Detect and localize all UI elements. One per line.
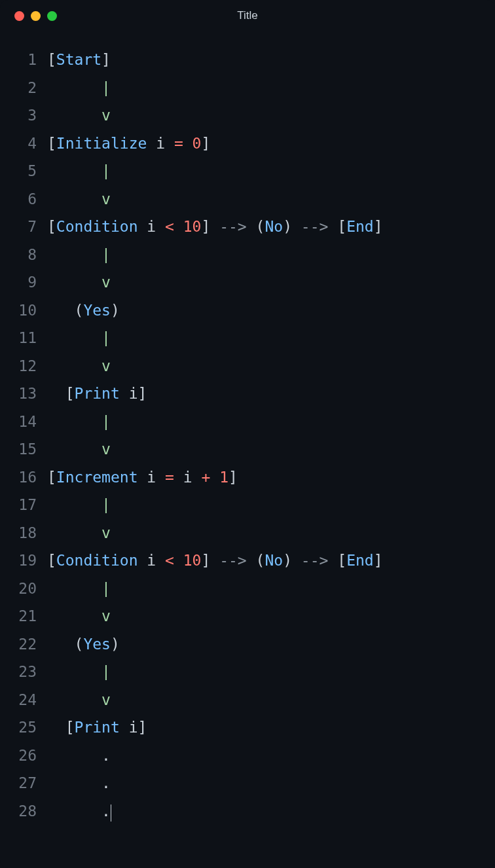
line-number: 16 [0,469,47,486]
token-keyword: End [346,552,374,569]
code-line[interactable]: 9 v [0,274,495,302]
code-content[interactable]: . [47,774,111,791]
token-keyword: No [265,552,283,569]
code-content[interactable]: [Increment i = i + 1] [47,469,238,486]
code-content[interactable]: v [47,107,111,124]
token-bracket: ] [138,385,147,402]
code-content[interactable]: | [47,162,111,179]
token-pipe: | [101,663,111,680]
code-line[interactable]: 25 [Print i] [0,719,495,747]
line-number: 4 [0,135,47,152]
code-content[interactable]: v [47,357,111,374]
token-ident [47,607,101,624]
code-line[interactable]: 28 . [0,803,495,831]
code-line[interactable]: 11 | [0,329,495,357]
code-line[interactable]: 13 [Print i] [0,385,495,413]
code-content[interactable]: v [47,607,111,624]
code-content[interactable]: [Print i] [47,385,147,402]
code-content[interactable]: [Condition i < 10] --> (No) --> [End] [47,218,383,235]
code-line[interactable]: 1[Start] [0,51,495,79]
titlebar[interactable]: Title [0,0,495,31]
code-line[interactable]: 26 . [0,747,495,775]
token-bracket: ] [138,719,147,736]
code-content[interactable]: (Yes) [47,636,120,653]
close-button[interactable] [14,11,24,21]
code-line[interactable]: 23 | [0,663,495,691]
code-line[interactable]: 2 | [0,79,495,107]
code-line[interactable]: 20 | [0,580,495,608]
code-content[interactable]: (Yes) [47,302,120,319]
code-content[interactable]: . [47,747,111,764]
token-pipe: v [101,607,111,624]
token-ident [47,691,101,708]
code-line[interactable]: 27 . [0,774,495,803]
code-content[interactable]: | [47,329,111,346]
code-content[interactable]: | [47,413,111,430]
code-line[interactable]: 21 v [0,607,495,636]
code-content[interactable]: | [47,496,111,513]
token-ident [292,218,301,235]
code-line[interactable]: 17 | [0,496,495,524]
token-ident [47,385,65,402]
code-line[interactable]: 18 v [0,524,495,552]
token-bracket: ] [374,552,383,569]
token-keyword: Initialize [56,135,147,152]
code-line[interactable]: 3 v [0,107,495,135]
token-ident [47,496,101,513]
code-content[interactable]: | [47,580,111,597]
code-content[interactable]: | [47,246,111,263]
code-content[interactable]: v [47,524,111,541]
code-content[interactable]: v [47,274,111,291]
code-line[interactable]: 10 (Yes) [0,302,495,330]
code-line[interactable]: 19[Condition i < 10] --> (No) --> [End] [0,552,495,580]
code-line[interactable]: 12 v [0,357,495,386]
token-op: < [165,218,174,235]
code-line[interactable]: 4[Initialize i = 0] [0,135,495,163]
line-number: 19 [0,552,47,569]
code-content[interactable]: [Start] [47,51,111,68]
token-paren: ) [283,552,292,569]
line-number: 5 [0,162,47,179]
token-ident [47,107,101,124]
token-ident [47,413,101,430]
line-number: 13 [0,385,47,402]
token-pipe: v [101,190,111,208]
token-paren: ) [111,302,120,319]
code-content[interactable]: | [47,663,111,680]
editor-window: Title 1[Start]2 |3 v4[Initialize i = 0]5… [0,0,495,868]
token-paren: ) [283,218,292,235]
code-line[interactable]: 15 v [0,441,495,469]
minimize-button[interactable] [31,11,41,21]
maximize-button[interactable] [47,11,57,21]
token-ident: . [47,803,111,820]
code-line[interactable]: 22 (Yes) [0,636,495,664]
token-ident [47,246,101,263]
code-line[interactable]: 7[Condition i < 10] --> (No) --> [End] [0,218,495,246]
token-ident [183,135,192,152]
token-op: + [201,469,210,486]
token-ident [174,218,183,235]
token-ident: i [138,469,165,486]
code-line[interactable]: 5 | [0,162,495,190]
code-line[interactable]: 24 v [0,691,495,719]
code-line[interactable]: 6 v [0,190,495,219]
code-content[interactable]: . [47,803,111,820]
code-line[interactable]: 8 | [0,246,495,274]
code-content[interactable]: v [47,190,111,208]
token-ident [247,218,256,235]
code-content[interactable]: [Initialize i = 0] [47,135,210,152]
line-number: 6 [0,190,47,208]
token-paren: ) [111,636,120,653]
code-editor[interactable]: 1[Start]2 |3 v4[Initialize i = 0]5 |6 v7… [0,31,495,830]
code-content[interactable]: v [47,691,111,708]
code-line[interactable]: 16[Increment i = i + 1] [0,469,495,497]
code-content[interactable]: | [47,79,111,96]
token-num: 0 [192,135,202,152]
line-number: 3 [0,107,47,124]
token-bracket: [ [47,218,56,235]
code-line[interactable]: 14 | [0,413,495,441]
code-content[interactable]: [Print i] [47,719,147,736]
code-content[interactable]: v [47,441,111,458]
code-content[interactable]: [Condition i < 10] --> (No) --> [End] [47,552,383,569]
token-ident: . [47,774,111,791]
